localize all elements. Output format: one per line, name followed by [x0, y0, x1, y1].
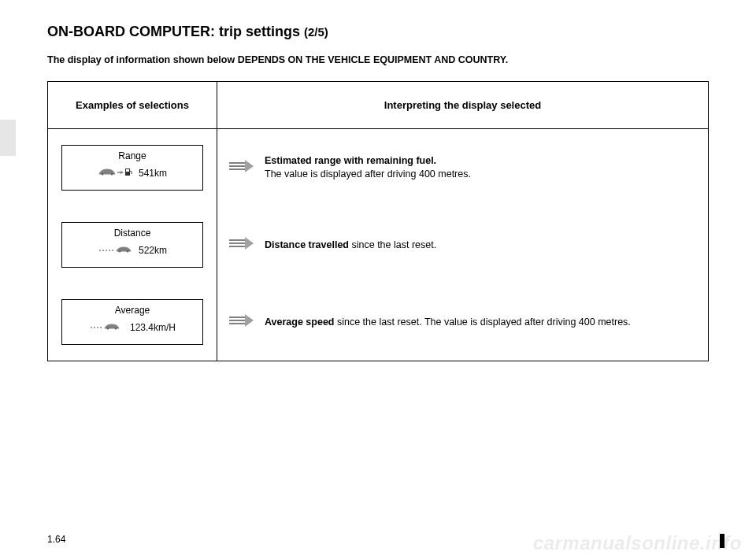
equipment-note: The display of information shown below D… — [47, 54, 709, 65]
rest-distance: since the last reset. — [349, 239, 436, 250]
svg-point-16 — [106, 328, 109, 330]
svg-point-11 — [126, 250, 128, 253]
interpret-text-distance: Distance travelled since the last reset. — [265, 239, 695, 252]
arrow-icon — [217, 159, 265, 176]
lead-range: Estimated range with remaining fuel. — [265, 155, 436, 166]
car-distance-icon — [98, 243, 132, 257]
display-average-row: 123.4km/H — [69, 320, 196, 335]
page-title: ON-BOARD COMPUTER: trip settings (2/5) — [47, 24, 709, 40]
car-fuel-icon — [98, 166, 132, 180]
header-examples: Examples of selections — [48, 82, 217, 129]
svg-marker-2 — [120, 171, 124, 174]
svg-marker-19 — [245, 237, 254, 250]
interpret-row-distance: Distance travelled since the last reset. — [217, 222, 695, 268]
svg-point-1 — [110, 173, 113, 176]
display-range-label: Range — [69, 150, 196, 161]
display-distance-label: Distance — [69, 228, 196, 239]
arrow-icon — [217, 236, 265, 254]
interpret-row-range: Estimated range with remaining fuel. The… — [217, 145, 695, 191]
title-page-indicator: (2/5) — [304, 25, 328, 39]
svg-point-15 — [100, 327, 102, 328]
car-speed-icon — [89, 320, 124, 335]
table-header-row: Examples of selections Interpreting the … — [48, 82, 709, 129]
lead-average: Average speed — [265, 317, 334, 328]
svg-point-0 — [101, 173, 103, 176]
interpret-text-average: Average speed since the last reset. The … — [265, 316, 695, 329]
svg-point-14 — [97, 327, 98, 328]
svg-point-10 — [118, 250, 120, 253]
interpret-text-range: Estimated range with remaining fuel. The… — [265, 154, 695, 181]
display-average-label: Average — [69, 305, 196, 316]
svg-rect-4 — [126, 169, 129, 172]
display-distance-value: 522km — [139, 245, 167, 256]
manual-page: ON-BOARD COMPUTER: trip settings (2/5) T… — [0, 0, 756, 385]
display-range: Range — [61, 145, 203, 191]
svg-point-17 — [114, 328, 117, 330]
margin-tab — [0, 120, 16, 156]
table-body-row: Range — [48, 129, 709, 361]
display-range-value: 541km — [139, 168, 167, 179]
svg-marker-18 — [245, 160, 254, 172]
display-average-value: 123.4km/H — [130, 322, 176, 333]
display-average: Average — [61, 299, 203, 345]
trip-settings-table: Examples of selections Interpreting the … — [47, 81, 709, 361]
interpret-cell: Estimated range with remaining fuel. The… — [217, 129, 709, 361]
examples-cell: Range — [48, 129, 217, 361]
svg-point-13 — [94, 327, 95, 328]
display-range-row: 541km — [69, 166, 196, 180]
svg-point-7 — [106, 250, 107, 251]
svg-point-12 — [91, 327, 92, 328]
display-distance-row: 522km — [69, 243, 196, 257]
page-number: 1.64 — [47, 534, 65, 545]
interpret-row-average: Average speed since the last reset. The … — [217, 299, 695, 345]
title-main: ON-BOARD COMPUTER: trip settings — [47, 24, 304, 39]
display-distance: Distance — [61, 222, 203, 268]
svg-point-8 — [109, 250, 110, 251]
arrow-icon — [217, 313, 265, 331]
rest-average: since the last reset. The value is displ… — [334, 317, 630, 328]
watermark: carmanualsonline.info — [533, 532, 742, 554]
lead-distance: Distance travelled — [265, 239, 349, 250]
svg-point-6 — [102, 250, 104, 251]
svg-marker-20 — [245, 314, 254, 327]
rest-range: The value is displayed after driving 400… — [265, 168, 471, 180]
header-interpreting: Interpreting the display selected — [217, 82, 709, 129]
svg-point-9 — [112, 250, 113, 251]
svg-point-5 — [99, 250, 101, 251]
